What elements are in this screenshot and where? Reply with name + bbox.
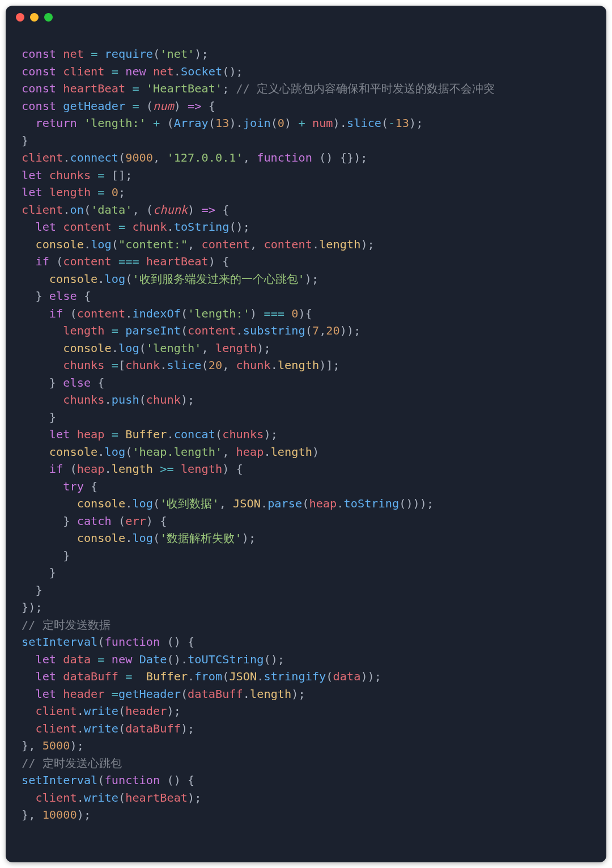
code-line: client.write(heartBeat); [22,789,590,807]
code-line: } else { [22,374,590,392]
code-line: setInterval(function () { [22,633,590,651]
code-line: // 定时发送心跳包 [22,755,590,772]
code-line: console.log('heap.length', heap.length) [22,443,590,461]
close-icon[interactable] [16,13,24,22]
code-line: } [22,564,590,582]
minimize-icon[interactable] [30,13,39,22]
code-line: console.log("content:", content, content… [22,236,590,253]
code-line: client.connect(9000, '127.0.0.1', functi… [22,149,590,167]
code-line: }, 10000); [22,806,590,824]
code-line: }); [22,599,590,616]
code-line: const net = require('net'); [22,45,590,63]
code-line: const getHeader = (num) => { [22,98,590,115]
code-line: let heap = Buffer.concat(chunks); [22,426,590,443]
window-titlebar [6,6,606,28]
code-line: console.log('收到数据', JSON.parse(heap.toSt… [22,495,590,513]
code-line: chunks =[chunk.slice(20, chunk.length)]; [22,357,590,374]
code-content: const net = require('net');const client … [6,28,606,841]
code-line: console.log('length', length); [22,340,590,357]
code-line: let content = chunk.toString(); [22,218,590,236]
code-line: let chunks = []; [22,167,590,184]
code-line: try { [22,478,590,496]
code-line: console.log('收到服务端发过来的一个心跳包'); [22,270,590,288]
code-line: } [22,582,590,599]
code-line: // 定时发送数据 [22,616,590,634]
code-line: } [22,409,590,426]
code-line: console.log('数据解析失败'); [22,530,590,547]
code-line: } catch (err) { [22,513,590,530]
zoom-icon[interactable] [44,13,53,22]
code-line: let dataBuff = Buffer.from(JSON.stringif… [22,668,590,685]
code-line: client.write(dataBuff); [22,720,590,738]
code-line: chunks.push(chunk); [22,391,590,409]
code-line: if (heap.length >= length) { [22,460,590,478]
code-line: const client = new net.Socket(); [22,63,590,81]
code-line: } else { [22,287,590,305]
code-line: let header =getHeader(dataBuff.length); [22,685,590,703]
code-line: client.write(header); [22,702,590,720]
code-line: length = parseInt(content.substring(7,20… [22,322,590,340]
code-line: } [22,132,590,150]
code-line: client.on('data', (chunk) => { [22,201,590,219]
code-line: let data = new Date().toUTCString(); [22,651,590,668]
code-line: const heartBeat = 'HeartBeat'; // 定义心跳包内… [22,80,590,98]
code-line: setInterval(function () { [22,772,590,789]
code-line: let length = 0; [22,184,590,201]
code-window: const net = require('net');const client … [6,6,606,862]
code-line: if (content.indexOf('length:') === 0){ [22,305,590,323]
code-line: } [22,547,590,565]
code-line: }, 5000); [22,737,590,755]
code-line: if (content === heartBeat) { [22,253,590,270]
code-line: return 'length:' + (Array(13).join(0) + … [22,115,590,132]
